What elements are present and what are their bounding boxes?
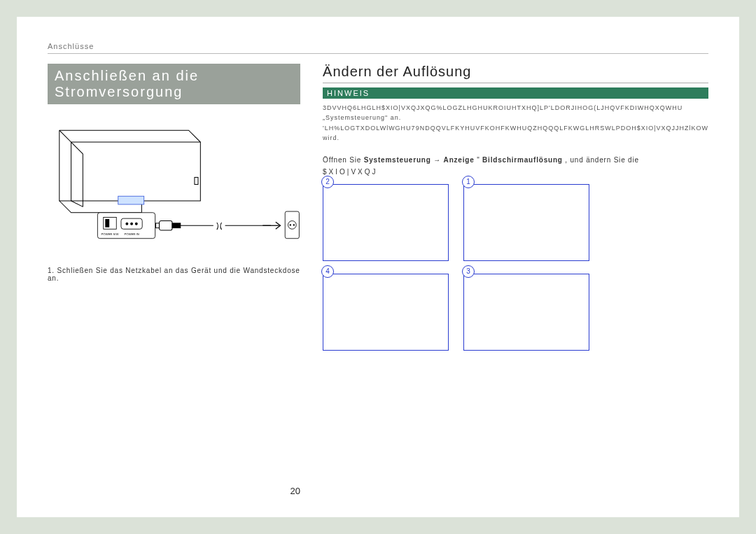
svg-rect-4 [195, 177, 198, 184]
svg-rect-13 [156, 223, 160, 228]
power-sw-label: POWER S/W [102, 232, 119, 236]
step-rect [463, 184, 589, 261]
svg-rect-14 [172, 223, 181, 228]
page-number: 20 [48, 458, 300, 496]
note-block: 3DVVHQ6LHGLH$XIO|VXQJXQG%LOGZLHGHUKROIUH… [323, 103, 708, 143]
right-column: Ändern der Auflösung HINWEIS 3DVVHQ6LHGL… [323, 64, 708, 496]
svg-rect-5 [118, 196, 144, 204]
svg-rect-12 [160, 221, 172, 230]
note-line1: 3DVVHQ6LHGLH$XIO|VXQJXQG%LOGZLHGHUKROIUH… [323, 104, 682, 111]
step-4: 4 [323, 274, 455, 351]
content-columns: Anschließen an die Stromversorgung [48, 64, 708, 496]
svg-line-3 [71, 201, 83, 206]
svg-point-19 [293, 224, 295, 225]
left-column: Anschließen an die Stromversorgung [48, 64, 300, 496]
step-num: 2 [321, 176, 334, 188]
power-diagram: POWER S/W POWER IN [48, 113, 300, 260]
instruction-line: Öffnen Sie Systemsteuerung → Anzeige " B… [323, 156, 708, 164]
svg-line-1 [71, 142, 83, 154]
step-rect [323, 184, 449, 261]
svg-rect-8 [105, 219, 109, 227]
svg-point-17 [288, 221, 296, 230]
hinweis-badge: HINWEIS [323, 87, 708, 99]
step-grid: 2 1 4 3 [323, 184, 596, 351]
step-rect [463, 274, 589, 351]
step-num: 1 [462, 176, 475, 188]
note-line3: wird. [323, 134, 340, 141]
step-num: 4 [321, 265, 334, 278]
step-1: 1 [463, 184, 596, 261]
power-caption: 1. Schließen Sie das Netzkabel an das Ge… [48, 267, 300, 282]
right-section-title: Ändern der Auflösung [323, 64, 708, 83]
step-2: 2 [323, 184, 455, 261]
section-header: Anschlüsse [48, 42, 708, 54]
step-rect [323, 274, 449, 351]
document-page: Anschlüsse Anschließen an die Stromverso… [17, 17, 739, 517]
svg-point-11 [135, 223, 138, 225]
svg-point-10 [130, 223, 133, 225]
step-num: 3 [462, 265, 475, 278]
svg-point-9 [125, 223, 128, 225]
aux-line: $XIO|VXQJ [323, 168, 708, 176]
svg-point-18 [290, 224, 291, 225]
left-section-title: Anschließen an die Stromversorgung [48, 64, 300, 104]
note-quoted: „Systemsteuerung" an. [323, 114, 401, 121]
step-3: 3 [463, 274, 596, 351]
power-in-label: POWER IN [124, 232, 139, 236]
note-line2: 'LH%LOGTXDOLWlWGHU79NDQQVLFKYHUVFKOHFKWH… [323, 125, 708, 132]
